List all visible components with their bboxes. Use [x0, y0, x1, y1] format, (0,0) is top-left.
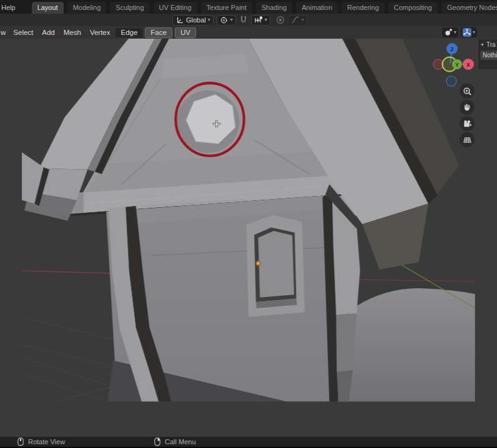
pan-view-button[interactable]: [460, 100, 475, 115]
mouse-right-icon: [154, 437, 160, 446]
sidebar-n-panel[interactable]: ▼ Tra Nothi: [478, 39, 497, 69]
workspace-tabs: LayoutModelingSculptingUV EditingTexture…: [32, 2, 497, 14]
viewport-header: wSelectAddMeshVertex EdgeFaceUV ▾ ▾: [0, 26, 497, 39]
tab-compositing[interactable]: Compositing: [388, 2, 438, 14]
transform-section-header[interactable]: ▼ Tra: [478, 39, 497, 48]
hand-icon: [463, 103, 471, 112]
navigation-gizmo[interactable]: Y Z X: [430, 41, 480, 90]
door-panel: [258, 231, 293, 298]
gizmo-z-label: Z: [450, 46, 454, 52]
proportional-falloff-dropdown[interactable]: ▾: [288, 15, 307, 26]
snap-magnet-icon[interactable]: [239, 16, 248, 24]
mouse-middle-icon: [17, 437, 24, 446]
status-rotate-view: Rotate View: [17, 437, 65, 447]
gizmo-axes-icon: [463, 28, 471, 37]
pivot-point-icon: [220, 16, 229, 24]
gizmo-negative-z-ball[interactable]: [446, 76, 456, 86]
tab-uv-editing[interactable]: UV Editing: [154, 2, 197, 14]
pivot-point-dropdown[interactable]: ▾: [217, 15, 236, 26]
gizmo-x-label: X: [466, 62, 470, 68]
vp-menu-face-button[interactable]: Face: [145, 27, 172, 38]
viewport-header-right: ▾ ▾: [442, 27, 497, 37]
chevron-down-icon: ▾: [302, 17, 304, 22]
vp-menu-select[interactable]: Select: [9, 29, 37, 36]
viewport-3d-scene[interactable]: [0, 39, 497, 437]
status-label: Call Menu: [165, 438, 196, 446]
tab-texture-paint[interactable]: Texture Paint: [201, 2, 252, 14]
grid-icon: [463, 135, 472, 145]
snap-increment-icon: [254, 16, 263, 24]
overlays-sphere-icon: [444, 28, 453, 37]
orientation-axes-icon: [175, 16, 184, 24]
object-origin-center: [257, 263, 259, 265]
chevron-down-icon: ▾: [265, 17, 267, 22]
chevron-down-icon: ▾: [454, 30, 456, 35]
chevron-down-icon: ▾: [473, 30, 475, 35]
vp-menu-w[interactable]: w: [0, 29, 9, 36]
vp-menu-uv-button[interactable]: UV: [175, 27, 196, 38]
viewport-nav-buttons: [460, 84, 475, 147]
tab-animation[interactable]: Animation: [296, 2, 338, 14]
blender-window: Help LayoutModelingSculptingUV EditingTe…: [0, 0, 497, 448]
sidebar-item-label: Nothi: [480, 51, 497, 60]
status-label: Rotate View: [28, 438, 65, 446]
tab-rendering[interactable]: Rendering: [342, 2, 385, 14]
camera-icon: [463, 119, 472, 129]
falloff-curve-icon: [291, 16, 300, 24]
camera-view-button[interactable]: [460, 116, 475, 131]
perspective-toggle-button[interactable]: [460, 132, 475, 147]
tab-modeling[interactable]: Modeling: [67, 2, 107, 14]
vp-mode-buttons: EdgeFaceUV: [114, 27, 197, 38]
tab-geometry-nodes[interactable]: Geometry Nodes: [441, 2, 497, 14]
transform-orientation-dropdown[interactable]: Global ▾: [172, 15, 214, 26]
collapse-triangle-icon: ▼: [480, 41, 485, 48]
vp-menus-container: wSelectAddMeshVertex: [0, 29, 114, 36]
help-menu[interactable]: Help: [0, 4, 22, 14]
chevron-down-icon: ▾: [208, 17, 210, 22]
zoom-view-button[interactable]: [460, 84, 475, 99]
magnifier-plus-icon: [463, 87, 472, 96]
tab-sculpting[interactable]: Sculpting: [110, 2, 149, 14]
proportional-editing-icon[interactable]: [276, 16, 285, 24]
vp-menu-mesh[interactable]: Mesh: [59, 29, 86, 36]
transform-section-label: Tra: [486, 41, 496, 48]
tab-layout[interactable]: Layout: [32, 2, 64, 14]
status-call-menu: Call Menu: [154, 437, 196, 447]
gizmo-y-label: Y: [455, 62, 459, 68]
status-bar: Rotate View Call Menu: [0, 437, 497, 448]
gizmo-toggle-button[interactable]: ▾: [461, 27, 477, 37]
tab-shading[interactable]: Shading: [256, 2, 292, 14]
orientation-label: Global: [186, 16, 206, 24]
snap-with-dropdown[interactable]: ▾: [251, 15, 270, 26]
chevron-down-icon: ▾: [230, 17, 233, 22]
topbar: Help LayoutModelingSculptingUV EditingTe…: [0, 0, 497, 14]
vp-menu-edge-button[interactable]: Edge: [116, 28, 142, 37]
tool-settings-bar: Global ▾ ▾ ▾ ▾: [0, 14, 497, 26]
vp-menu-add[interactable]: Add: [37, 29, 59, 36]
vp-menu-vertex[interactable]: Vertex: [86, 29, 115, 36]
overlays-toggle-button[interactable]: ▾: [442, 27, 458, 37]
